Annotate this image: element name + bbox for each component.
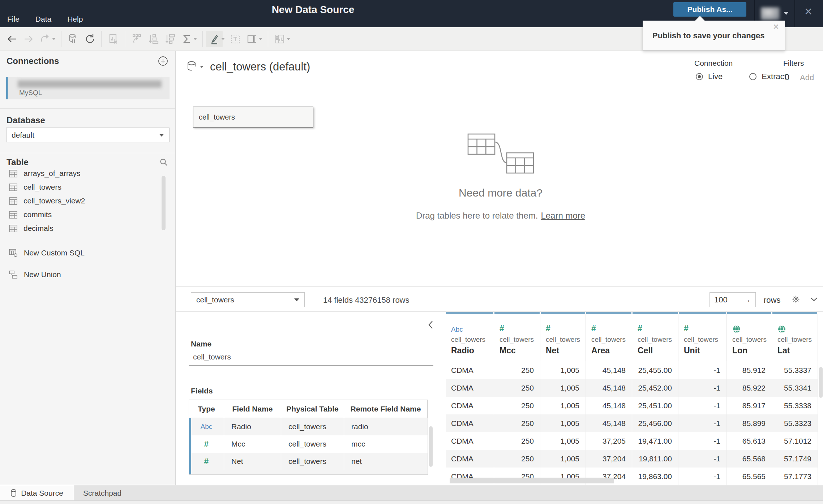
cell-lat: 57.1012 [772,432,818,450]
grid-column-header-net[interactable]: # cell_towers Net [540,312,586,361]
fields-table-scrollbar[interactable] [429,426,433,467]
geo-globe-icon [732,325,741,333]
show-me-panel-icon[interactable] [271,31,288,47]
canvas-table-node[interactable]: cell_towers [193,107,313,128]
column-table-label: cell_towers [777,336,818,344]
grid-column-header-radio[interactable]: Abc cell_towers Radio [446,312,494,361]
fields-row[interactable]: # Net cell_towers net [189,453,428,470]
menu-file[interactable]: File [7,15,20,23]
publish-as-button[interactable]: Publish As... [673,2,746,17]
data-grid-section: cell_towers 14 fields 43276158 rows → ro… [176,287,823,485]
window-close-icon[interactable]: × [805,5,812,18]
fields-row[interactable]: Abc Radio cell_towers radio [189,418,428,435]
cell-lat: 57.1773 [772,468,818,485]
sort-ascending-icon[interactable] [145,31,162,47]
highlight-icon[interactable] [206,31,223,47]
grid-column-header-lat[interactable]: cell_towers Lat [772,312,818,361]
table-list-item[interactable]: arrays_of_arrays [0,167,175,180]
show-me-caret-down-icon[interactable] [287,38,290,40]
add-connection-icon[interactable] [158,56,168,66]
learn-more-link[interactable]: Learn more [541,211,585,220]
datasource-database-icon[interactable] [187,61,196,73]
swap-rows-columns-icon[interactable] [128,31,145,47]
text-annotation-icon[interactable] [227,31,244,47]
avatar-caret-down-icon[interactable] [784,12,789,15]
grid-table-select[interactable]: cell_towers [191,292,305,307]
cell-area: 45,148 [586,397,632,414]
undo-icon[interactable] [4,31,20,47]
fields-row[interactable]: # Mcc cell_towers mcc [189,435,428,453]
field-row-summary: 14 fields 43276158 rows [323,296,410,305]
cell-net: 1,005 [540,450,586,468]
highlight-caret-down-icon[interactable] [221,38,225,40]
cell-area: 45,148 [586,379,632,397]
datasource-caret-down-icon[interactable] [200,66,203,68]
table-list-item[interactable]: cell_towers_view2 [0,194,175,208]
refresh-icon[interactable] [81,31,98,47]
cell-cell: 19,811.00 [632,450,678,468]
fit-size-caret-down-icon[interactable] [259,38,262,40]
tab-scratchpad[interactable]: Scratchpad [83,485,121,501]
table-list-item[interactable]: cell_towers [0,180,175,194]
grid-horizontal-scrollbar[interactable] [450,478,614,483]
live-radio[interactable] [696,73,703,80]
filters-add-link[interactable]: Add [800,73,814,82]
extract-radio[interactable] [749,73,756,80]
grid-column-header-mcc[interactable]: # cell_towers Mcc [494,312,540,361]
tab-data-source[interactable]: Data Source [0,485,74,501]
cell-mcc: 250 [494,361,540,379]
grid-vertical-scrollbar[interactable] [819,367,823,398]
column-table-label: cell_towers [638,336,678,344]
number-type-icon: # [591,324,596,333]
grid-column-header-cell[interactable]: # cell_towers Cell [632,312,678,361]
row-count-input[interactable] [714,295,740,305]
details-collapse-icon[interactable] [428,320,433,329]
remote-field-cell: radio [344,418,428,435]
user-avatar[interactable] [761,7,780,20]
grid-column-header-unit[interactable]: # cell_towers Unit [678,312,727,361]
cell-mcc: 250 [494,432,540,450]
totals-caret-down-icon[interactable] [193,38,197,40]
fit-size-icon[interactable] [244,31,260,47]
extract-label[interactable]: Extract [762,72,786,81]
menu-data[interactable]: Data [35,15,51,23]
tooltip-text: Publish to save your changes [652,31,765,40]
grid-collapse-chevron-icon[interactable] [810,297,818,301]
replay-caret-down-icon[interactable] [52,38,56,40]
remote-field-cell: net [344,453,428,470]
union-icon [9,271,18,279]
row-count-field: → [710,292,756,307]
sidebar: Connections MySQL Database default Table… [0,51,176,485]
grid-column-header-area[interactable]: # cell_towers Area [586,312,632,361]
new-custom-sql[interactable]: New Custom SQL [0,246,175,260]
cell-unit: -1 [678,432,727,450]
tooltip-close-icon[interactable]: × [773,22,779,32]
grid-settings-gear-icon[interactable] [790,294,801,305]
table-list-item[interactable]: decimals [0,221,175,235]
live-label[interactable]: Live [708,72,723,81]
grid-data-row: CDMA 250 1,005 37,204 19,811.00 -1 65.56… [446,450,818,468]
clear-sheet-icon[interactable] [105,31,121,47]
menu-help[interactable]: Help [67,15,83,23]
name-input-underline [189,365,433,366]
redo-icon[interactable] [20,31,37,47]
name-value[interactable]: cell_towers [193,353,231,361]
table-search-icon[interactable] [159,158,168,167]
grid-column-header-lon[interactable]: cell_towers Lon [727,312,772,361]
sidebar-divider [0,153,175,153]
totals-sigma-icon[interactable] [178,31,195,47]
connection-item-mysql[interactable]: MySQL [6,77,170,99]
sort-descending-icon[interactable] [162,31,178,47]
datasource-title[interactable]: cell_towers (default) [210,60,310,73]
menu-bar: File Data Help [7,15,83,23]
column-name-label: Mcc [500,346,540,356]
pause-updates-icon[interactable] [65,31,81,47]
table-list-item[interactable]: commits [0,208,175,221]
grid-data-row: CDMA 250 1,005 45,148 25,451.00 -1 85.91… [446,397,818,414]
replay-icon[interactable] [37,31,53,47]
apply-row-count-icon[interactable]: → [743,295,751,305]
empty-state: Need more data? Drag tables here to rela… [385,133,616,221]
table-list-scrollbar[interactable] [162,176,166,230]
database-select[interactable]: default [6,128,170,142]
new-union[interactable]: New Union [0,268,175,281]
